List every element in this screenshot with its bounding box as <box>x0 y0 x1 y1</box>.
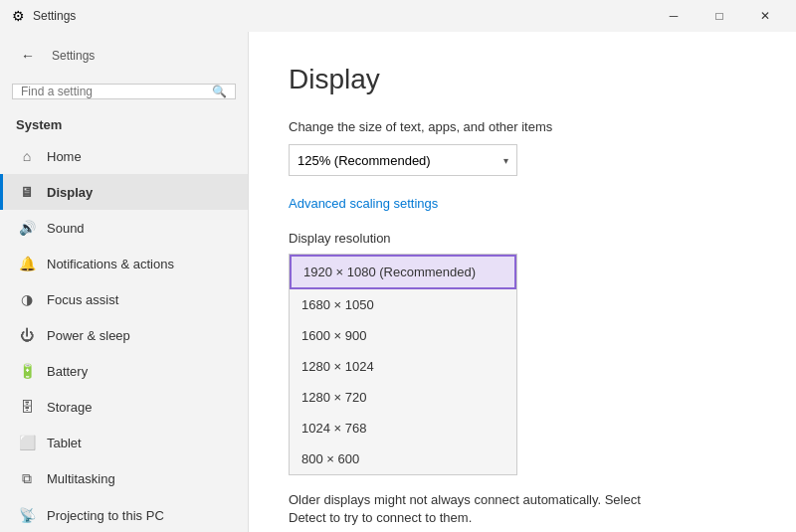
sidebar-item-label-projecting: Projecting to this PC <box>47 508 164 523</box>
battery-icon: 🔋 <box>19 363 35 379</box>
sidebar-item-label-multitasking: Multitasking <box>47 471 115 486</box>
content-area: Display Change the size of text, apps, a… <box>249 32 796 532</box>
tablet-icon: ⬜ <box>19 435 35 450</box>
close-button[interactable]: ✕ <box>742 0 788 32</box>
multitasking-icon: ⧉ <box>19 470 35 487</box>
focus-icon: ◑ <box>19 291 35 307</box>
resolution-dropdown-wrapper: 1920 × 1080 (Recommended) 1680 × 1050 16… <box>289 254 517 475</box>
power-icon: ⏻ <box>19 327 35 343</box>
projecting-icon: 📡 <box>19 507 35 523</box>
sound-icon: 🔊 <box>19 220 35 236</box>
minimize-button[interactable]: ─ <box>651 0 696 32</box>
sidebar-item-sound[interactable]: 🔊 Sound <box>0 210 248 246</box>
scale-dropdown[interactable]: 125% (Recommended) ▾ <box>289 144 517 176</box>
sidebar-item-label-focus: Focus assist <box>47 292 118 307</box>
app-body: ← Settings 🔍 System ⌂ Home 🖥 Display 🔊 S… <box>0 32 796 532</box>
sidebar-item-label-power: Power & sleep <box>47 328 130 343</box>
home-icon: ⌂ <box>19 148 35 164</box>
sidebar-item-label-tablet: Tablet <box>47 436 82 450</box>
sidebar-item-label-home: Home <box>47 149 82 164</box>
scale-section-label: Change the size of text, apps, and other… <box>289 119 756 134</box>
back-icon: ← <box>21 48 35 64</box>
title-bar: ⚙ Settings ─ □ ✕ <box>0 0 796 32</box>
resolution-option-1280x720[interactable]: 1280 × 720 <box>290 382 516 413</box>
storage-icon: 🗄 <box>19 399 35 415</box>
maximize-button[interactable]: □ <box>696 0 742 32</box>
back-button[interactable]: ← <box>12 40 44 72</box>
sidebar-item-power[interactable]: ⏻ Power & sleep <box>0 317 248 353</box>
sidebar-item-storage[interactable]: 🗄 Storage <box>0 389 248 425</box>
detect-note: Older displays might not always connect … <box>289 491 647 527</box>
resolution-option-1600[interactable]: 1600 × 900 <box>290 320 516 351</box>
title-bar-left: ⚙ Settings <box>12 8 76 24</box>
sidebar-item-battery[interactable]: 🔋 Battery <box>0 353 248 389</box>
resolution-option-1680[interactable]: 1680 × 1050 <box>290 289 516 320</box>
sidebar-item-focus[interactable]: ◑ Focus assist <box>0 281 248 317</box>
sidebar-item-label-display: Display <box>47 185 93 200</box>
sidebar-nav-top: ← Settings <box>0 32 248 80</box>
sidebar-item-display[interactable]: 🖥 Display <box>0 174 248 210</box>
search-box[interactable]: 🔍 <box>12 84 236 99</box>
sidebar-item-label-battery: Battery <box>47 364 88 379</box>
sidebar-item-multitasking[interactable]: ⧉ Multitasking <box>0 460 248 497</box>
resolution-option-1920[interactable]: 1920 × 1080 (Recommended) <box>290 255 516 289</box>
resolution-dropdown-open[interactable]: 1920 × 1080 (Recommended) 1680 × 1050 16… <box>289 254 517 475</box>
sidebar-nav-title: Settings <box>52 49 95 63</box>
sidebar-item-home[interactable]: ⌂ Home <box>0 138 248 174</box>
resolution-label: Display resolution <box>289 231 756 246</box>
sidebar-section-label: System <box>0 111 248 138</box>
sidebar-item-label-sound: Sound <box>47 221 85 236</box>
advanced-scaling-link[interactable]: Advanced scaling settings <box>289 196 438 211</box>
settings-icon: ⚙ <box>12 8 25 24</box>
title-bar-controls: ─ □ ✕ <box>651 0 788 32</box>
page-title: Display <box>289 64 756 95</box>
sidebar: ← Settings 🔍 System ⌂ Home 🖥 Display 🔊 S… <box>0 32 249 532</box>
sidebar-item-label-storage: Storage <box>47 400 93 415</box>
search-input[interactable] <box>21 85 212 98</box>
resolution-option-1024[interactable]: 1024 × 768 <box>290 413 516 443</box>
sidebar-item-projecting[interactable]: 📡 Projecting to this PC <box>0 497 248 532</box>
sidebar-item-label-notifications: Notifications & actions <box>47 257 174 271</box>
resolution-option-1280x1024[interactable]: 1280 × 1024 <box>290 351 516 382</box>
notifications-icon: 🔔 <box>19 256 35 271</box>
scale-value: 125% (Recommended) <box>298 153 431 168</box>
search-icon: 🔍 <box>212 85 227 98</box>
display-icon: 🖥 <box>19 184 35 200</box>
title-bar-title: Settings <box>33 9 76 23</box>
scale-chevron-icon: ▾ <box>503 155 508 166</box>
sidebar-item-notifications[interactable]: 🔔 Notifications & actions <box>0 246 248 281</box>
sidebar-item-tablet[interactable]: ⬜ Tablet <box>0 425 248 460</box>
resolution-option-800[interactable]: 800 × 600 <box>290 443 516 474</box>
